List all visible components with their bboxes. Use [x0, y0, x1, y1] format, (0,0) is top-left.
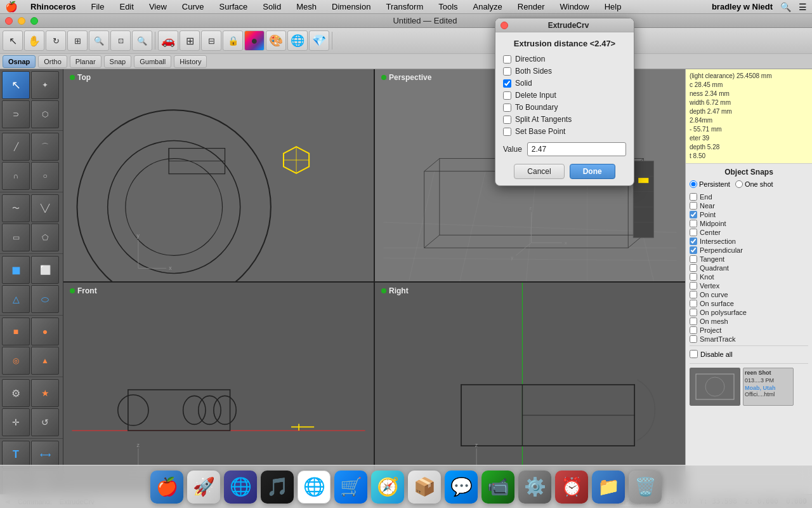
history-button[interactable]: History	[174, 55, 207, 68]
dock-skype[interactable]: 💬	[445, 471, 478, 504]
grid-button[interactable]: ⊞	[180, 30, 200, 51]
menu-help[interactable]: Help	[602, 2, 624, 11]
point-select-button[interactable]: ✦	[31, 71, 59, 99]
dock-music[interactable]: 🎵	[261, 471, 294, 504]
viewport-top[interactable]: Top	[63, 69, 374, 281]
dock-settings[interactable]: ⚙️	[518, 471, 551, 504]
menu-surface[interactable]: Surface	[217, 2, 251, 11]
circle-button[interactable]: ○	[31, 162, 59, 190]
persistent-radio[interactable]: Persistent	[690, 180, 730, 188]
planar-button[interactable]: Planar	[70, 55, 102, 68]
menu-solid[interactable]: Solid	[260, 2, 284, 11]
menu-curve[interactable]: Curve	[180, 2, 207, 11]
box-button[interactable]: ⬜	[31, 256, 59, 284]
one-shot-radio-input[interactable]	[735, 180, 743, 188]
menu-render[interactable]: Render	[515, 2, 547, 11]
zoom-window-button[interactable]: 🔍	[89, 30, 109, 51]
dock-chrome[interactable]: 🌐	[298, 471, 331, 504]
snap-project-checkbox[interactable]	[690, 326, 697, 334]
polygon-button[interactable]: ⬠	[31, 224, 59, 251]
ortho-button[interactable]: Ortho	[38, 55, 67, 68]
solid-box-button[interactable]: ■	[2, 318, 30, 345]
cone-button[interactable]: △	[2, 285, 30, 313]
viewport-front[interactable]: Front	[63, 283, 374, 495]
cancel-button[interactable]: Cancel	[514, 164, 564, 179]
value-input[interactable]: 2.47	[527, 142, 626, 156]
dock-facetime[interactable]: 📹	[481, 471, 514, 504]
osnap-button[interactable]: Osnap	[3, 55, 36, 68]
snap-on-curve-checkbox[interactable]	[690, 291, 697, 298]
snap-on-polysurface-checkbox[interactable]	[690, 309, 697, 316]
set-base-point-checkbox[interactable]	[503, 128, 511, 136]
cylinder-button[interactable]: ⬭	[31, 285, 59, 313]
snap-end-checkbox[interactable]	[690, 193, 697, 201]
dock-time-machine[interactable]: ⏰	[555, 471, 588, 504]
snap-on-surface-checkbox[interactable]	[690, 300, 697, 307]
snap-midpoint-checkbox[interactable]	[690, 220, 697, 227]
move-button[interactable]: ✛	[2, 408, 30, 436]
both-sides-checkbox[interactable]	[503, 67, 511, 76]
snap-vertex-checkbox[interactable]	[690, 282, 697, 290]
snap-quadrant-checkbox[interactable]	[690, 264, 697, 272]
menu-view[interactable]: View	[147, 2, 169, 11]
rectangle-button[interactable]: ▭	[2, 224, 30, 251]
gumball-button[interactable]: Gumball	[134, 55, 171, 68]
surface-button[interactable]: ◼	[2, 256, 30, 284]
one-shot-radio[interactable]: One shot	[735, 180, 773, 188]
freeform-button[interactable]: 〜	[2, 194, 30, 222]
persistent-radio-input[interactable]	[690, 180, 697, 188]
display-mode-button[interactable]: 💎	[309, 30, 329, 51]
dock-safari[interactable]: 🧭	[371, 471, 404, 504]
gear-button[interactable]: ⚙	[2, 379, 30, 407]
snap-perpendicular-checkbox[interactable]	[690, 246, 697, 254]
maximize-button[interactable]	[30, 17, 38, 25]
thumbnail-1[interactable]	[690, 368, 740, 406]
snap-point-checkbox[interactable]	[690, 211, 697, 218]
polyline-button[interactable]: ╲╱	[31, 194, 59, 222]
menu-tools[interactable]: Tools	[436, 2, 460, 11]
snap-tangent-checkbox[interactable]	[690, 255, 697, 263]
delete-input-checkbox[interactable]	[503, 91, 511, 100]
minimize-button[interactable]	[18, 17, 25, 25]
menu-window[interactable]: Window	[557, 2, 591, 11]
snap-near-checkbox[interactable]	[690, 202, 697, 210]
arrow-select-button[interactable]: ↖	[2, 71, 30, 99]
pan-tool-button[interactable]: ✋	[24, 30, 44, 51]
menu-file[interactable]: File	[89, 2, 107, 11]
apple-menu[interactable]: 🍎	[5, 1, 18, 13]
dock-siri[interactable]: 🌐	[224, 471, 257, 504]
polygon-select-button[interactable]: ⬡	[31, 100, 59, 128]
snap-button[interactable]: Snap	[104, 55, 132, 68]
snap-intersection-checkbox[interactable]	[690, 237, 697, 245]
rotate-button[interactable]: ↺	[31, 408, 59, 436]
menu-mesh[interactable]: Mesh	[294, 2, 319, 11]
dock-launchpad[interactable]: 🚀	[187, 471, 220, 504]
lasso-button[interactable]: ⊃	[2, 100, 30, 128]
close-button[interactable]	[5, 17, 13, 25]
snap-knot-checkbox[interactable]	[690, 273, 697, 281]
dock-appstore[interactable]: 🛒	[334, 471, 367, 504]
to-boundary-checkbox[interactable]	[503, 104, 511, 112]
snap-on-mesh-checkbox[interactable]	[690, 318, 697, 325]
snap-center-checkbox[interactable]	[690, 229, 697, 236]
menu-transform[interactable]: Transform	[383, 2, 426, 11]
solid-sphere-button[interactable]: ●	[31, 318, 59, 345]
solid-cone-button[interactable]: ▲	[31, 347, 59, 375]
snap-settings-button[interactable]: ⊟	[201, 30, 221, 51]
solid-torus-button[interactable]: ◎	[2, 347, 30, 375]
zoom-button[interactable]: 🔍	[132, 30, 152, 51]
search-icon[interactable]: 🔍	[780, 2, 791, 12]
zoom-extents-button[interactable]: ⊞	[67, 30, 88, 51]
dialog-close-button[interactable]	[501, 22, 508, 29]
list-icon[interactable]: ☰	[799, 2, 807, 12]
done-button[interactable]: Done	[570, 164, 615, 179]
disable-all-checkbox[interactable]	[690, 350, 698, 358]
solid-checkbox[interactable]	[503, 79, 511, 88]
color-wheel-button[interactable]: 🎨	[266, 30, 286, 51]
material-button[interactable]: ●	[244, 30, 265, 51]
snap-smarttrack-checkbox[interactable]	[690, 335, 697, 343]
dock-finder2[interactable]: 📁	[592, 471, 625, 504]
zoom-selected-button[interactable]: ⊡	[110, 30, 131, 51]
lock-button[interactable]: 🔒	[223, 30, 243, 51]
dock-misc1[interactable]: 📦	[408, 471, 441, 504]
